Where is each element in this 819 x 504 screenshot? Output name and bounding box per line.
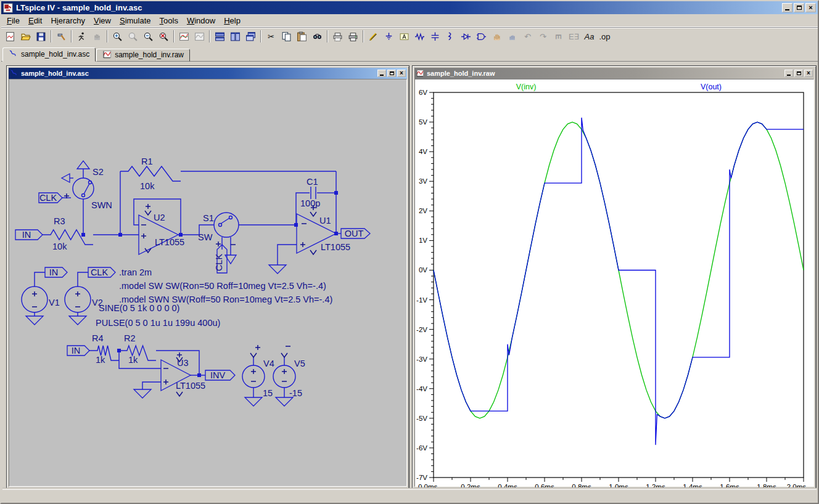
rotate-icon[interactable]: E [551, 29, 566, 44]
menu-simulate[interactable]: Simulate [115, 15, 155, 26]
zoom-in-icon[interactable] [110, 29, 125, 44]
waveform-maximize-button[interactable] [794, 70, 803, 77]
zoom-full-extents-icon[interactable] [156, 29, 171, 44]
schematic-text[interactable]: IN [22, 230, 31, 240]
schematic-text[interactable]: -15 [289, 388, 302, 398]
mirror-icon[interactable]: E∃ [566, 29, 582, 44]
schematic-text[interactable]: S1 [203, 213, 214, 223]
wire-icon[interactable] [366, 29, 381, 44]
schematic-text[interactable]: U1 [319, 216, 331, 226]
zoom-out-icon[interactable] [141, 29, 156, 44]
resistor-icon[interactable] [412, 29, 427, 44]
schematic-text[interactable]: V4 [263, 359, 274, 368]
menu-view[interactable]: View [89, 15, 115, 26]
tile-vertical-icon[interactable] [228, 29, 243, 44]
schematic-text[interactable]: OUT [345, 229, 364, 238]
new-schematic-icon[interactable] [2, 29, 18, 44]
schematic-text[interactable]: IN [49, 267, 59, 277]
component-icon[interactable] [474, 29, 489, 44]
schematic-text[interactable]: 10k [140, 181, 155, 191]
schematic-text[interactable]: SW [198, 232, 213, 242]
schematic-text[interactable]: .tran 2m [119, 267, 152, 277]
spice-directive-icon[interactable]: .op [597, 29, 612, 44]
schematic-text[interactable]: IN [72, 346, 81, 356]
schematic-text[interactable]: SWN [91, 200, 112, 210]
schematic-text[interactable]: V5 [294, 359, 305, 368]
menu-help[interactable]: Help [220, 15, 245, 26]
legend-V(inv)[interactable]: V(inv) [516, 83, 537, 91]
cut-icon[interactable]: ✂ [263, 29, 279, 44]
schematic-text[interactable]: C1 [307, 177, 318, 187]
move-icon[interactable] [489, 29, 504, 44]
run-icon[interactable] [74, 29, 89, 44]
schematic-text[interactable]: R2 [124, 333, 136, 343]
undo-icon[interactable]: ↶ [520, 29, 535, 44]
schematic-text[interactable]: CLK [214, 254, 224, 272]
ground-icon[interactable] [381, 29, 397, 44]
schematic-close-button[interactable]: × [397, 70, 406, 77]
menu-hierarchy[interactable]: Hierarchy [46, 15, 89, 26]
drag-icon[interactable] [504, 29, 520, 44]
schematic-text[interactable]: .model SW SW(Ron=50 Roff=10meg Vt=2.5 Vh… [119, 281, 326, 291]
schematic-text[interactable]: S2 [93, 167, 104, 177]
legend-V(out)[interactable]: V(out) [701, 83, 722, 91]
menu-file[interactable]: File [2, 15, 24, 26]
tab-sample_hold_inv.asc[interactable]: sample_hold_inv.asc [2, 47, 96, 62]
schematic-text[interactable]: LT1055 [321, 242, 350, 252]
schematic-text[interactable]: 15 [263, 388, 273, 398]
menu-window[interactable]: Window [183, 15, 220, 26]
title-bar[interactable]: LTspice IV - sample_hold_inv.asc × [1, 1, 818, 14]
net-label-icon[interactable] [397, 29, 412, 44]
inductor-icon[interactable] [443, 29, 458, 44]
waveform-minimize-button[interactable] [784, 70, 793, 77]
trace-V(out)[interactable] [434, 118, 804, 445]
tab-sample_hold_inv.raw[interactable]: sample_hold_inv.raw [96, 49, 190, 62]
save-icon[interactable] [33, 29, 49, 44]
print-icon[interactable] [345, 29, 361, 44]
schematic-text[interactable]: CLK [91, 267, 109, 277]
control-panel-icon[interactable] [54, 29, 69, 44]
schematic-text[interactable]: R4 [92, 333, 104, 343]
schematic-minimize-button[interactable] [377, 70, 386, 77]
redo-icon[interactable]: ↷ [535, 29, 551, 44]
plot-settings-icon[interactable] [176, 29, 192, 44]
schematic-text[interactable]: INV [210, 370, 226, 380]
schematic-text[interactable]: R1 [141, 156, 153, 166]
schematic-text[interactable]: U3 [177, 358, 189, 368]
schematic-text[interactable]: 10k [52, 242, 67, 251]
text-icon[interactable]: Aa [582, 29, 597, 44]
copy-icon[interactable] [279, 29, 294, 44]
find-icon[interactable] [310, 29, 325, 44]
waveform-title-bar[interactable]: sample_hold_inv.raw × [414, 68, 814, 79]
schematic-text[interactable]: V1 [49, 298, 60, 307]
schematic-text[interactable]: 1k [128, 355, 138, 365]
schematic-title-bar[interactable]: sample_hold_inv.asc × [9, 68, 407, 79]
maximize-button[interactable] [794, 3, 804, 12]
plot-pan-icon[interactable] [192, 29, 207, 44]
zoom-back-icon[interactable] [125, 29, 141, 44]
schematic-text[interactable]: 1k [96, 355, 105, 365]
schematic-text[interactable]: PULSE(0 5 0 1u 1u 199u 400u) [96, 318, 220, 328]
schematic-text[interactable]: LT1055 [176, 381, 205, 391]
waveform-close-button[interactable]: × [804, 70, 813, 77]
print-preview-icon[interactable] [330, 29, 345, 44]
schematic-text[interactable]: SINE(0 5 1k 0 0 0 0) [99, 303, 179, 313]
schematic-text[interactable]: R3 [54, 216, 65, 226]
capacitor-icon[interactable] [427, 29, 443, 44]
schematic-text[interactable]: 100p [300, 198, 320, 208]
schematic-text[interactable]: CLK [39, 193, 57, 203]
schematic-canvas[interactable]: S2SWNR310kINCLKR110kU2LT1055S1SWCLKC1100… [9, 79, 407, 487]
menu-tools[interactable]: Tools [155, 15, 183, 26]
halt-icon[interactable] [89, 29, 105, 44]
schematic-text[interactable]: U2 [154, 213, 165, 222]
paste-icon[interactable] [294, 29, 310, 44]
schematic-text[interactable]: LT1055 [155, 237, 184, 247]
tile-horizontal-icon[interactable] [212, 29, 228, 44]
cascade-icon[interactable] [243, 29, 258, 44]
open-icon[interactable] [18, 29, 33, 44]
menu-edit[interactable]: Edit [24, 15, 46, 26]
diode-icon[interactable] [458, 29, 474, 44]
schematic-maximize-button[interactable] [387, 70, 396, 77]
close-button[interactable]: × [805, 3, 816, 12]
minimize-button[interactable] [782, 3, 792, 12]
